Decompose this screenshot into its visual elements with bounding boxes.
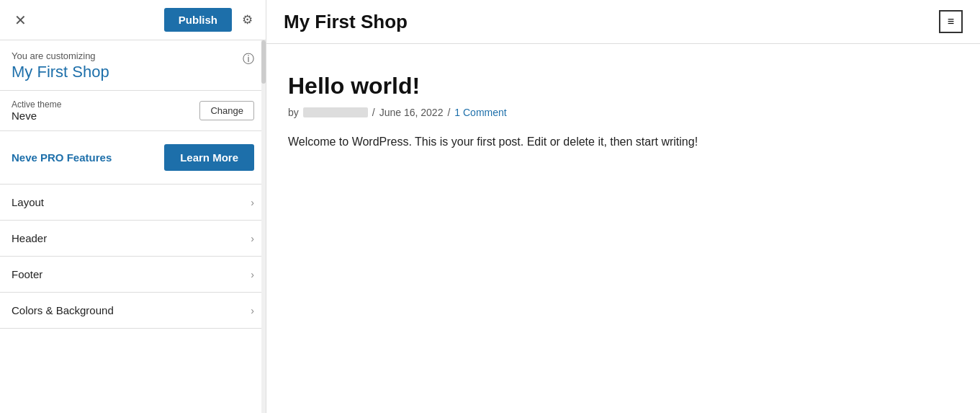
active-theme-section: Active theme Neve Change <box>0 91 266 131</box>
active-theme-name: Neve <box>12 110 61 122</box>
menu-item[interactable]: Layout› <box>0 185 266 221</box>
menu-item[interactable]: Colors & Background› <box>0 293 266 329</box>
post-meta-comment-link[interactable]: 1 Comment <box>454 107 506 118</box>
menu-item-label: Header <box>12 232 47 244</box>
neve-pro-section: Neve PRO Features Learn More <box>0 131 266 185</box>
chevron-right-icon: › <box>251 305 254 316</box>
hamburger-button[interactable]: ≡ <box>939 10 963 33</box>
menu-item[interactable]: Footer› <box>0 257 266 293</box>
sidebar-scrollbar-thumb[interactable] <box>261 40 266 84</box>
active-theme-label: Active theme <box>12 99 61 110</box>
menu-item-label: Layout <box>12 196 44 208</box>
gear-button[interactable]: ⚙ <box>238 9 257 30</box>
learn-more-button[interactable]: Learn More <box>164 144 254 171</box>
site-title-sidebar: My First Shop <box>12 63 254 81</box>
neve-pro-label: Neve PRO Features <box>12 151 112 164</box>
post-meta-by: by <box>288 107 299 118</box>
post-title: Hello world! <box>288 73 958 99</box>
menu-items-list: Layout›Header›Footer›Colors & Background… <box>0 185 266 413</box>
customizing-label: You are customizing <box>12 50 254 61</box>
post-meta-sep2: / <box>447 107 450 118</box>
menu-item-label: Colors & Background <box>12 304 114 316</box>
content-site-title: My First Shop <box>284 11 408 33</box>
help-icon[interactable]: ⓘ <box>243 52 254 67</box>
chevron-right-icon: › <box>251 197 254 208</box>
menu-item-label: Footer <box>12 268 42 280</box>
top-bar: ✕ Publish ⚙ <box>0 0 266 40</box>
publish-button[interactable]: Publish <box>164 8 232 32</box>
chevron-right-icon: › <box>251 233 254 244</box>
post-meta-date: June 16, 2022 <box>379 107 444 118</box>
post-meta-sep1: / <box>372 107 375 118</box>
content-body: Hello world! by / June 16, 2022 / 1 Comm… <box>266 44 980 180</box>
menu-item[interactable]: Header› <box>0 221 266 257</box>
content-area: My First Shop ≡ Hello world! by / June 1… <box>266 0 980 413</box>
post-meta: by / June 16, 2022 / 1 Comment <box>288 107 958 118</box>
content-header: My First Shop ≡ <box>266 0 980 44</box>
sidebar-scrollbar-track <box>261 40 266 413</box>
post-content: Welcome to WordPress. This is your first… <box>288 133 958 151</box>
change-theme-button[interactable]: Change <box>199 101 254 120</box>
sidebar: ✕ Publish ⚙ You are customizing My First… <box>0 0 266 413</box>
active-theme-info: Active theme Neve <box>12 99 61 122</box>
customizing-section: You are customizing My First Shop ⓘ <box>0 40 266 91</box>
close-button[interactable]: ✕ <box>9 10 32 30</box>
chevron-right-icon: › <box>251 269 254 280</box>
post-meta-author-placeholder <box>303 107 368 117</box>
